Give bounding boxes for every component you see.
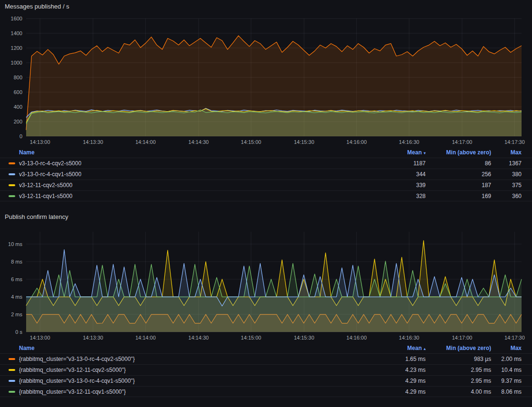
series-name[interactable]: v3-12-11-cqv1-s5000 (19, 193, 73, 199)
series-color-swatch-icon[interactable] (9, 380, 15, 382)
legend-col-mean[interactable]: Mean▾ (372, 149, 426, 156)
x-axis-tick-label: 14:15:00 (241, 139, 261, 145)
min-value: 169 (426, 193, 491, 199)
mean-value: 1.65 ms (372, 356, 426, 362)
max-value: 10.4 ms (491, 367, 522, 373)
legend-col-mean[interactable]: Mean▴ (372, 345, 426, 351)
series-color-swatch-icon[interactable] (9, 369, 15, 371)
series-color-swatch-icon[interactable] (9, 162, 15, 164)
legend-series: {rabbitmq_cluster="v3-13-0-rc-4-cqv2-s50… (9, 356, 372, 362)
series-name[interactable]: {rabbitmq_cluster="v3-13-0-rc-4-cqv2-s50… (19, 356, 135, 362)
mean-value: 4.23 ms (372, 367, 426, 373)
max-value: 375 (491, 182, 522, 189)
x-axis-tick-label: 14:17:00 (452, 139, 472, 145)
x-axis-tick-label: 14:14:30 (189, 139, 209, 145)
legend-header: Name Mean▴ Min (above zero) Max (0, 343, 532, 353)
legend-series: {rabbitmq_cluster="v3-12-11-cqv2-s5000"} (9, 367, 372, 373)
legend-col-name[interactable]: Name (9, 149, 372, 156)
min-value: 86 (426, 160, 491, 167)
panel-publish-confirm-latency: Publish confirm latency 0 s2 ms4 ms6 ms8… (0, 201, 532, 397)
min-value: 4.00 ms (426, 388, 491, 395)
x-axis-tick-label: 14:13:00 (30, 139, 50, 145)
legend-series: {rabbitmq_cluster="v3-12-11-cqv1-s5000"} (9, 388, 372, 395)
y-axis-tick-label: 4 ms (11, 294, 22, 300)
legend-series: v3-12-11-cqv1-s5000 (9, 193, 372, 199)
series-color-swatch-icon[interactable] (9, 391, 15, 393)
y-axis-tick-label: 0 (19, 133, 22, 139)
legend-row: {rabbitmq_cluster="v3-12-11-cqv2-s5000"}… (0, 364, 532, 375)
series-name[interactable]: v3-12-11-cqv2-s5000 (19, 182, 73, 189)
y-axis-tick-label: 10 ms (8, 241, 22, 247)
min-value: 2.95 ms (426, 378, 491, 384)
x-axis-tick-label: 14:15:00 (241, 335, 261, 341)
x-axis-tick-label: 14:14:30 (189, 335, 209, 341)
y-axis-tick-label: 800 (14, 75, 22, 80)
mean-value: 4.29 ms (372, 388, 426, 395)
grafana-dashboard: Messages published / s 02004006008001000… (0, 0, 532, 397)
y-axis-tick-label: 1400 (11, 30, 22, 36)
y-axis-tick-label: 1200 (11, 45, 22, 51)
legend-col-max[interactable]: Max (491, 345, 522, 351)
chart-canvas[interactable]: 0200400600800100012001400160014:13:0014:… (0, 10, 532, 147)
x-axis-tick-label: 14:15:30 (294, 139, 314, 145)
x-axis-tick-label: 14:13:30 (83, 139, 103, 145)
y-axis-tick-label: 600 (14, 89, 22, 95)
x-axis-tick-label: 14:13:00 (30, 335, 50, 341)
legend-rows: {rabbitmq_cluster="v3-13-0-rc-4-cqv2-s50… (0, 353, 532, 397)
panel-title[interactable]: Publish confirm latency (0, 201, 532, 221)
panel-title[interactable]: Messages published / s (0, 0, 532, 10)
series-color-swatch-icon[interactable] (9, 358, 15, 360)
series-name[interactable]: v3-13-0-rc-4-cqv1-s5000 (19, 171, 81, 178)
legend-table: Name Mean▾ Min (above zero) Max v3-13-0-… (0, 147, 532, 201)
series-name[interactable]: {rabbitmq_cluster="v3-12-11-cqv1-s5000"} (19, 388, 126, 395)
y-axis-tick-label: 1000 (11, 60, 22, 66)
legend-row: v3-12-11-cqv2-s5000339187375 (0, 180, 532, 190)
x-axis-tick-label: 14:13:30 (83, 335, 103, 341)
panel-messages-published: Messages published / s 02004006008001000… (0, 0, 532, 201)
legend-col-min[interactable]: Min (above zero) (426, 345, 491, 351)
legend-header: Name Mean▾ Min (above zero) Max (0, 147, 532, 158)
max-value: 380 (491, 171, 522, 178)
series-name[interactable]: {rabbitmq_cluster="v3-13-0-rc-4-cqv1-s50… (19, 378, 135, 384)
x-axis-tick-label: 14:17:30 (504, 139, 525, 145)
legend-table: Name Mean▴ Min (above zero) Max {rabbitm… (0, 343, 532, 397)
legend-row: {rabbitmq_cluster="v3-12-11-cqv1-s5000"}… (0, 386, 532, 397)
series-color-swatch-icon[interactable] (9, 184, 15, 186)
legend-series: v3-13-0-rc-4-cqv2-s5000 (9, 160, 372, 167)
legend-col-name[interactable]: Name (9, 345, 372, 351)
series-area-fill (26, 110, 522, 136)
legend-col-max[interactable]: Max (491, 149, 522, 156)
x-axis-tick-label: 14:16:30 (399, 139, 419, 145)
max-value: 9.37 ms (491, 378, 522, 384)
legend-col-mean-label: Mean (407, 149, 422, 156)
y-axis-tick-label: 400 (14, 104, 22, 110)
x-axis-tick-label: 14:17:00 (452, 335, 472, 341)
chart-canvas[interactable]: 0 s2 ms4 ms6 ms8 ms10 ms14:13:0014:13:30… (0, 226, 532, 343)
x-axis-tick-label: 14:15:30 (294, 335, 314, 341)
y-axis-tick-label: 6 ms (11, 276, 22, 282)
mean-value: 344 (372, 171, 426, 178)
messages-published-chart[interactable]: 0200400600800100012001400160014:13:0014:… (0, 10, 532, 147)
legend-row: v3-12-11-cqv1-s5000328169360 (0, 190, 532, 201)
x-axis-tick-label: 14:16:00 (346, 139, 367, 145)
series-color-swatch-icon[interactable] (9, 195, 15, 197)
series-name[interactable]: {rabbitmq_cluster="v3-12-11-cqv2-s5000"} (19, 367, 126, 373)
series-color-swatch-icon[interactable] (9, 173, 15, 175)
min-value: 2.95 ms (426, 367, 491, 373)
x-axis-tick-label: 14:14:00 (135, 335, 156, 341)
max-value: 1367 (491, 160, 522, 167)
y-axis-tick-label: 0 s (15, 329, 22, 335)
min-value: 187 (426, 182, 491, 189)
series-name[interactable]: v3-13-0-rc-4-cqv2-s5000 (19, 160, 81, 167)
max-value: 2.00 ms (491, 356, 522, 362)
x-axis-tick-label: 14:14:00 (135, 139, 156, 145)
min-value: 256 (426, 171, 491, 178)
legend-row: v3-13-0-rc-4-cqv2-s50001187861367 (0, 158, 532, 169)
legend-col-min[interactable]: Min (above zero) (426, 149, 491, 156)
max-value: 8.06 ms (491, 388, 522, 395)
x-axis-tick-label: 14:16:00 (346, 335, 367, 341)
publish-confirm-latency-chart[interactable]: 0 s2 ms4 ms6 ms8 ms10 ms14:13:0014:13:30… (0, 226, 532, 343)
min-value: 983 µs (426, 356, 491, 362)
legend-series: {rabbitmq_cluster="v3-13-0-rc-4-cqv1-s50… (9, 378, 372, 384)
mean-value: 4.29 ms (372, 378, 426, 384)
